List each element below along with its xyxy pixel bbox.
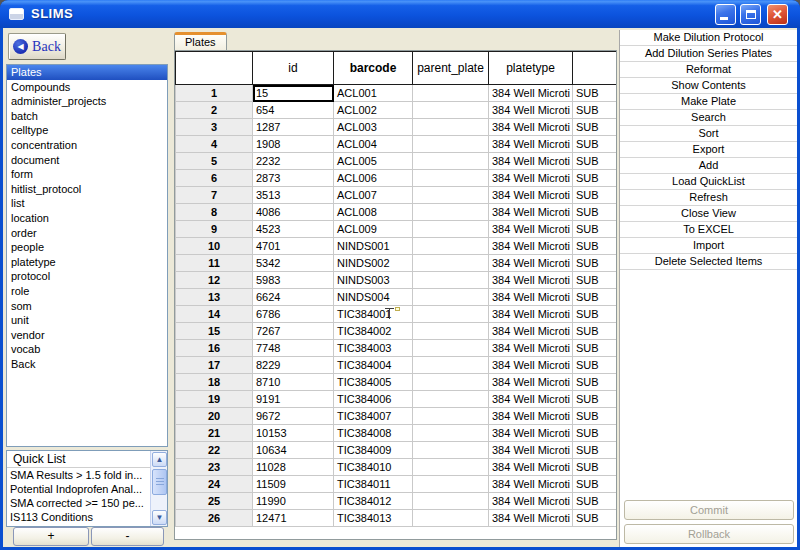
extra-cell[interactable]: SUB — [573, 153, 618, 170]
barcode-cell[interactable]: ACL009 — [334, 221, 413, 238]
extra-cell[interactable]: SUB — [573, 204, 618, 221]
sidebar-item-role[interactable]: role — [7, 284, 167, 299]
menu-item-close-view[interactable]: Close View — [620, 206, 797, 222]
platetype-cell[interactable]: 384 Well Microti — [489, 102, 573, 119]
menu-item-sort[interactable]: Sort — [620, 126, 797, 142]
extra-cell[interactable]: SUB — [573, 391, 618, 408]
menu-item-make-dilution-protocol[interactable]: Make Dilution Protocol — [620, 30, 797, 46]
row-number-cell[interactable]: 23 — [176, 459, 253, 476]
parent-plate-cell[interactable] — [413, 272, 489, 289]
sidebar-item-people[interactable]: people — [7, 240, 167, 255]
parent-plate-cell[interactable] — [413, 221, 489, 238]
row-number-cell[interactable]: 4 — [176, 136, 253, 153]
platetype-cell[interactable]: 384 Well Microti — [489, 493, 573, 510]
extra-cell[interactable]: SUB — [573, 374, 618, 391]
platetype-cell[interactable]: 384 Well Microti — [489, 442, 573, 459]
extra-cell[interactable]: SUB — [573, 136, 618, 153]
platetype-cell[interactable]: 384 Well Microti — [489, 425, 573, 442]
sidebar-item-hitlist-protocol[interactable]: hitlist_protocol — [7, 182, 167, 197]
barcode-cell[interactable]: ACL002 — [334, 102, 413, 119]
barcode-cell[interactable]: ACL007 — [334, 187, 413, 204]
barcode-cell[interactable]: TIC384007 — [334, 408, 413, 425]
menu-item-search[interactable]: Search — [620, 110, 797, 126]
extra-cell[interactable]: SUB — [573, 238, 618, 255]
sidebar-item-plates[interactable]: Plates — [7, 65, 167, 80]
parent-plate-cell[interactable] — [413, 119, 489, 136]
id-cell[interactable]: 654 — [253, 102, 334, 119]
platetype-cell[interactable]: 384 Well Microti — [489, 238, 573, 255]
menu-item-reformat[interactable]: Reformat — [620, 62, 797, 78]
menu-item-add[interactable]: Add — [620, 158, 797, 174]
extra-cell[interactable]: SUB — [573, 442, 618, 459]
platetype-cell[interactable]: 384 Well Microti — [489, 476, 573, 493]
id-cell[interactable]: 4086 — [253, 204, 334, 221]
id-cell[interactable]: 6624 — [253, 289, 334, 306]
extra-cell[interactable]: SUB — [573, 425, 618, 442]
row-number-cell[interactable]: 6 — [176, 170, 253, 187]
row-number-cell[interactable]: 1 — [176, 85, 253, 102]
row-number-cell[interactable]: 3 — [176, 119, 253, 136]
platetype-cell[interactable]: 384 Well Microti — [489, 374, 573, 391]
column-header-extra[interactable] — [573, 52, 618, 85]
platetype-cell[interactable]: 384 Well Microti — [489, 272, 573, 289]
extra-cell[interactable]: SUB — [573, 289, 618, 306]
platetype-cell[interactable]: 384 Well Microti — [489, 459, 573, 476]
scroll-down-icon[interactable]: ▼ — [152, 510, 167, 525]
platetype-cell[interactable]: 384 Well Microti — [489, 187, 573, 204]
barcode-cell[interactable]: TIC384001 — [334, 306, 413, 323]
menu-item-make-plate[interactable]: Make Plate — [620, 94, 797, 110]
parent-plate-cell[interactable] — [413, 391, 489, 408]
column-header-parent_plate[interactable]: parent_plate — [413, 52, 489, 85]
row-number-cell[interactable]: 13 — [176, 289, 253, 306]
barcode-cell[interactable]: TIC384011 — [334, 476, 413, 493]
extra-cell[interactable]: SUB — [573, 493, 618, 510]
id-cell[interactable]: 4523 — [253, 221, 334, 238]
parent-plate-cell[interactable] — [413, 459, 489, 476]
row-number-cell[interactable]: 17 — [176, 357, 253, 374]
barcode-cell[interactable]: TIC384009 — [334, 442, 413, 459]
parent-plate-cell[interactable] — [413, 170, 489, 187]
id-cell[interactable]: 10634 — [253, 442, 334, 459]
sidebar-item-administer-projects[interactable]: administer_projects — [7, 94, 167, 109]
row-number-cell[interactable]: 20 — [176, 408, 253, 425]
parent-plate-cell[interactable] — [413, 102, 489, 119]
scrollbar-thumb[interactable] — [152, 469, 167, 495]
barcode-cell[interactable]: TIC384002 — [334, 323, 413, 340]
id-cell[interactable]: 4701 — [253, 238, 334, 255]
close-button[interactable]: ✕ — [767, 4, 788, 25]
parent-plate-cell[interactable] — [413, 85, 489, 102]
barcode-cell[interactable]: NINDS001 — [334, 238, 413, 255]
parent-plate-cell[interactable] — [413, 187, 489, 204]
sidebar-item-compounds[interactable]: Compounds — [7, 80, 167, 95]
quick-list-scrollbar[interactable]: ▲ ▼ — [150, 451, 167, 526]
row-number-cell[interactable]: 19 — [176, 391, 253, 408]
menu-item-add-dilution-series-plates[interactable]: Add Dilution Series Plates — [620, 46, 797, 62]
id-cell[interactable]: 15 — [253, 85, 334, 102]
tab-plates[interactable]: Plates — [174, 32, 227, 50]
platetype-cell[interactable]: 384 Well Microti — [489, 221, 573, 238]
id-cell[interactable]: 5983 — [253, 272, 334, 289]
sidebar-item-location[interactable]: location — [7, 211, 167, 226]
platetype-cell[interactable]: 384 Well Microti — [489, 170, 573, 187]
barcode-cell[interactable]: TIC384004 — [334, 357, 413, 374]
id-cell[interactable]: 5342 — [253, 255, 334, 272]
parent-plate-cell[interactable] — [413, 289, 489, 306]
parent-plate-cell[interactable] — [413, 136, 489, 153]
parent-plate-cell[interactable] — [413, 255, 489, 272]
barcode-cell[interactable]: TIC384010 — [334, 459, 413, 476]
id-cell[interactable]: 10153 — [253, 425, 334, 442]
row-number-cell[interactable]: 26 — [176, 510, 253, 527]
id-cell[interactable]: 2232 — [253, 153, 334, 170]
id-cell[interactable]: 11509 — [253, 476, 334, 493]
sidebar-item-unit[interactable]: unit — [7, 313, 167, 328]
platetype-cell[interactable]: 384 Well Microti — [489, 408, 573, 425]
parent-plate-cell[interactable] — [413, 204, 489, 221]
row-number-cell[interactable]: 15 — [176, 323, 253, 340]
menu-item-show-contents[interactable]: Show Contents — [620, 78, 797, 94]
parent-plate-cell[interactable] — [413, 442, 489, 459]
id-cell[interactable]: 11028 — [253, 459, 334, 476]
row-number-cell[interactable]: 2 — [176, 102, 253, 119]
platetype-cell[interactable]: 384 Well Microti — [489, 323, 573, 340]
menu-item-delete-selected-items[interactable]: Delete Selected Items — [620, 254, 797, 270]
platetype-cell[interactable]: 384 Well Microti — [489, 85, 573, 102]
